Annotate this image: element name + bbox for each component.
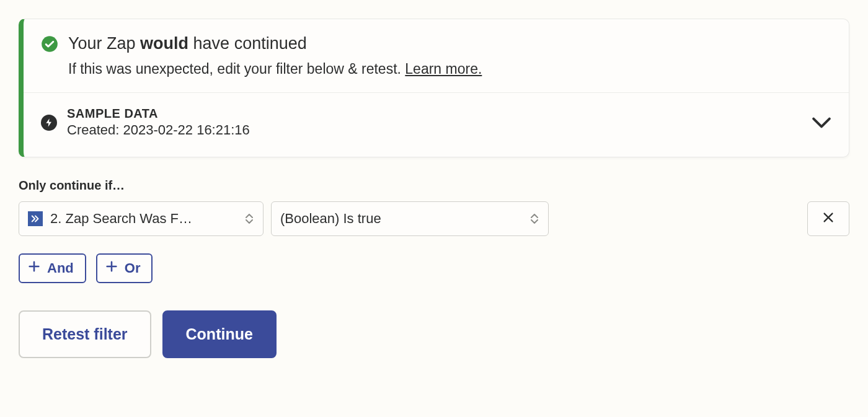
bolt-icon: [41, 115, 57, 131]
alert-heading-prefix: Your Zap: [68, 34, 140, 53]
close-icon: [822, 211, 835, 227]
alert-section: Your Zap would have continued If this wa…: [24, 19, 849, 93]
filter-operator-label: (Boolean) Is true: [280, 211, 522, 227]
alert-heading-row: Your Zap would have continued: [41, 34, 831, 53]
up-down-chevron-icon: [529, 214, 539, 224]
and-button-label: And: [47, 260, 74, 276]
add-and-button[interactable]: And: [19, 253, 86, 283]
spacer: [556, 201, 800, 236]
continue-button[interactable]: Continue: [162, 310, 277, 358]
remove-condition-button[interactable]: [807, 201, 849, 236]
sample-data-text: SAMPLE DATA Created: 2023-02-22 16:21:16: [67, 107, 802, 138]
alert-heading: Your Zap would have continued: [68, 34, 307, 53]
learn-more-link[interactable]: Learn more.: [405, 61, 482, 77]
alert-subtext: If this was unexpected, edit your filter…: [68, 61, 831, 77]
filter-result-card: Your Zap would have continued If this wa…: [19, 19, 849, 157]
chevron-down-icon[interactable]: [812, 116, 831, 129]
retest-filter-button[interactable]: Retest filter: [19, 310, 151, 358]
sample-data-section[interactable]: SAMPLE DATA Created: 2023-02-22 16:21:16: [24, 93, 849, 157]
alert-subtext-prefix: If this was unexpected, edit your filter…: [68, 61, 405, 77]
sample-data-title: SAMPLE DATA: [67, 107, 802, 121]
action-buttons-row: Retest filter Continue: [19, 310, 849, 358]
filter-field-label: 2. Zap Search Was F…: [50, 211, 237, 227]
logic-buttons-row: And Or: [19, 253, 849, 283]
check-circle-icon: [41, 35, 58, 53]
plus-icon: [27, 260, 41, 277]
filter-operator-select[interactable]: (Boolean) Is true: [271, 201, 549, 236]
or-button-label: Or: [125, 260, 141, 276]
filter-condition-row: 2. Zap Search Was F… (Boolean) Is true: [19, 201, 849, 236]
alert-heading-suffix: have continued: [188, 34, 307, 53]
alert-heading-bold: would: [140, 34, 188, 53]
plus-icon: [105, 260, 118, 277]
filter-field-select[interactable]: 2. Zap Search Was F…: [19, 201, 264, 236]
sample-created-prefix: Created:: [67, 122, 123, 138]
up-down-chevron-icon: [244, 214, 254, 224]
zap-step-chevrons-icon: [28, 211, 43, 226]
sample-data-created: Created: 2023-02-22 16:21:16: [67, 122, 802, 138]
sample-created-value: 2023-02-22 16:21:16: [123, 122, 250, 138]
filter-section-label: Only continue if…: [19, 178, 849, 193]
add-or-button[interactable]: Or: [96, 253, 153, 283]
